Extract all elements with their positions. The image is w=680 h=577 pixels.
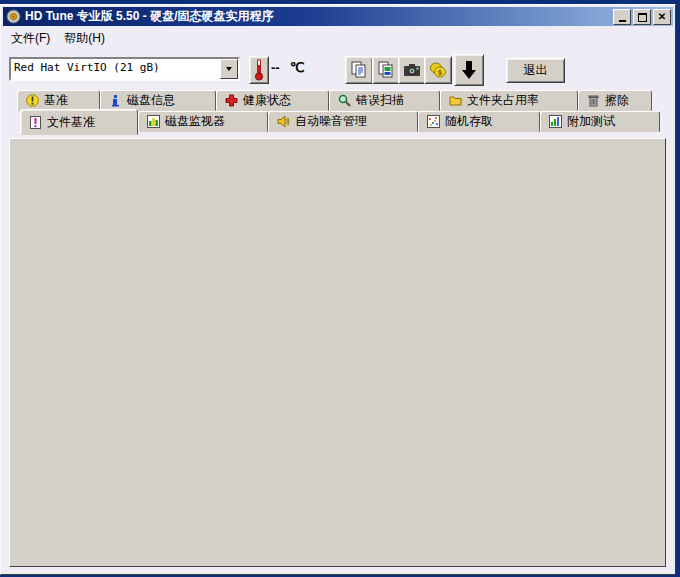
maximize-icon [638,13,647,22]
copy-image-icon [377,61,395,79]
exit-button[interactable]: 退出 [506,58,565,83]
close-icon: ✕ [658,12,666,22]
registration-button[interactable]: $ [424,56,452,84]
desktop: HD Tune 专业版 5.50 - 硬盘/固态硬盘实用程序 ✕ 文件(F) 帮… [0,0,680,577]
menu-file[interactable]: 文件(F) [4,28,57,49]
coins-icon: $ [429,61,447,79]
tab-row2-1[interactable]: 磁盘监视器 [138,111,268,132]
tab-label: 文件基准 [47,114,95,131]
tab-label: 磁盘信息 [127,92,175,109]
tab-row2-3[interactable]: 随机存取 [418,111,540,132]
magnifier-icon [338,94,351,107]
thermometer-icon [253,59,265,81]
copy-image-button[interactable] [372,56,400,84]
exit-button-label: 退出 [524,62,548,79]
temperature-unit: ℃ [290,60,305,75]
titlebar: HD Tune 专业版 5.50 - 硬盘/固态硬盘实用程序 ✕ [3,7,673,26]
file-benchmark-page [9,138,666,567]
tab-label: 附加测试 [567,113,615,130]
extra-tests-icon [549,115,562,128]
tab-row1-1[interactable]: 磁盘信息 [100,90,216,111]
tab-label: 错误扫描 [356,92,404,109]
chevron-down-icon [226,67,232,71]
app-icon [6,9,21,24]
minimize-button[interactable] [613,9,631,25]
maximize-button[interactable] [633,9,651,25]
disk-monitor-icon [147,115,160,128]
drive-select-dropdown-button[interactable] [220,59,238,79]
drive-select-value: Red Hat VirtIO (21 gB) [14,61,220,77]
file-benchmark-icon [29,116,42,129]
tab-label: 自动噪音管理 [295,113,367,130]
drive-select[interactable]: Red Hat VirtIO (21 gB) [9,57,240,81]
tab-label: 磁盘监视器 [165,113,225,130]
temperature-value: -- [271,60,280,75]
tab-label: 随机存取 [445,113,493,130]
trash-icon [587,94,600,107]
tab-row1-5[interactable]: 擦除 [578,90,652,111]
tab-label: 健康状态 [243,92,291,109]
folder-icon [449,94,462,107]
info-icon [109,94,122,107]
tab-row1-4[interactable]: 文件夹占用率 [440,90,578,111]
tab-label: 文件夹占用率 [467,92,539,109]
exclamation-yellow-icon [26,94,39,107]
temperature-button[interactable] [249,56,269,84]
down-arrow-icon [461,60,477,80]
save-results-button[interactable] [454,54,484,86]
speaker-icon [277,115,290,128]
screenshot-button[interactable] [398,56,426,84]
random-dots-icon [427,115,440,128]
health-cross-icon [225,94,238,107]
tab-row1-2[interactable]: 健康状态 [216,90,329,111]
copy-text-icon [350,61,368,79]
camera-icon [403,63,421,77]
menu-bar: 文件(F) 帮助(H) [4,28,672,48]
svg-text:$: $ [438,69,442,77]
window-title: HD Tune 专业版 5.50 - 硬盘/固态硬盘实用程序 [25,8,273,25]
tab-row1-3[interactable]: 错误扫描 [329,90,440,111]
close-button[interactable]: ✕ [653,9,671,25]
tab-label: 基准 [44,92,68,109]
tab-row2-0[interactable]: 文件基准 [20,109,138,135]
tab-label: 擦除 [605,92,629,109]
toolbar: Red Hat VirtIO (21 gB) -- ℃ [4,49,672,89]
minimize-icon [619,20,626,22]
tab-row2-2[interactable]: 自动噪音管理 [268,111,418,132]
menu-help[interactable]: 帮助(H) [57,28,112,49]
copy-text-button[interactable] [345,56,373,84]
tab-row2-4[interactable]: 附加测试 [540,111,660,132]
tab-row1-0[interactable]: 基准 [17,90,100,111]
